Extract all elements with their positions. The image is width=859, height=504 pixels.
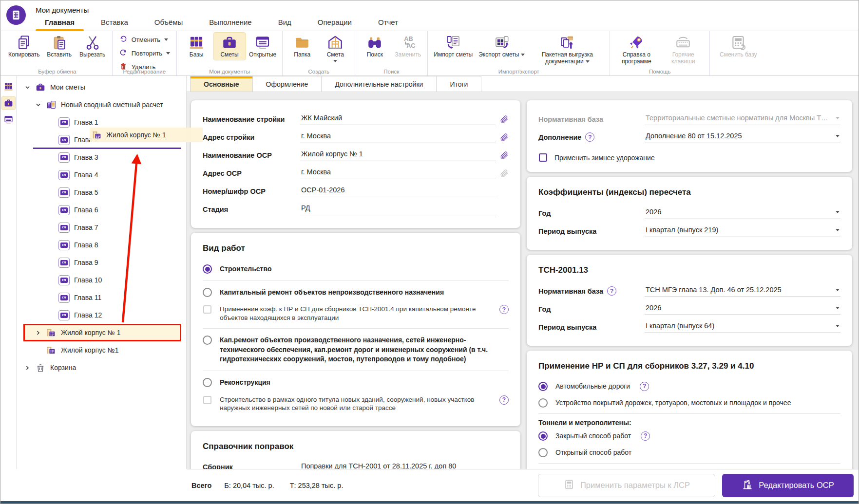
- chevron-down-icon[interactable]: [35, 102, 41, 108]
- corrections-collection-field[interactable]: Поправки для ТСН-2001 от 28.11.2025 г. д…: [300, 461, 509, 469]
- apply-params-button[interactable]: Применить параметры к ЛСР: [538, 474, 715, 497]
- document-tab-bar: Основные Оформление Дополнительные настр…: [187, 76, 859, 92]
- attachment-icon[interactable]: [500, 133, 509, 142]
- dropdown-caret-icon[interactable]: [836, 289, 840, 291]
- osr-number-field[interactable]: ОСР-01-2026: [300, 185, 496, 197]
- radio-reconstruction[interactable]: [203, 378, 212, 387]
- construction-name-field[interactable]: ЖК Майский: [300, 113, 496, 125]
- dropdown-caret-icon[interactable]: [333, 60, 337, 62]
- ribbon-tab-report[interactable]: Отчет: [365, 15, 411, 31]
- ribbon-tab-operations[interactable]: Операции: [305, 15, 365, 31]
- osr-address-field[interactable]: г. Москва: [300, 167, 496, 179]
- new-folder-button[interactable]: Папка: [286, 33, 318, 64]
- bases-button[interactable]: Базы: [180, 33, 212, 60]
- dropdown-caret-icon[interactable]: [836, 307, 840, 309]
- tab-formatting[interactable]: Оформление: [252, 76, 322, 92]
- tree-item-building-selected[interactable]: Жилой корпус № 1: [23, 324, 181, 341]
- edit-osr-button[interactable]: Редактировать ОСР: [722, 474, 854, 497]
- app-logo-icon[interactable]: [6, 5, 26, 25]
- import-icon: [445, 34, 461, 51]
- tree-item-chapter[interactable]: глГлава 3: [17, 149, 186, 166]
- strip-bases-button[interactable]: [2, 80, 15, 93]
- cut-button[interactable]: Вырезать: [76, 33, 109, 60]
- stage-field[interactable]: РД: [300, 203, 496, 215]
- help-icon[interactable]: ?: [499, 305, 509, 314]
- ribbon-tab-volumes[interactable]: Объёмы: [141, 15, 196, 31]
- undo-button[interactable]: Отменить: [119, 35, 170, 45]
- chapter-icon: гл: [58, 310, 70, 320]
- import-estimate-button[interactable]: Импорт сметы: [431, 33, 475, 67]
- tree-item-chapter[interactable]: глГлава 11: [17, 289, 186, 306]
- copy-button[interactable]: Копировать: [6, 33, 42, 60]
- paste-button[interactable]: Вставить: [43, 33, 76, 60]
- radio-closed-method[interactable]: [538, 431, 548, 441]
- checkbox-winter-costs[interactable]: [539, 153, 547, 162]
- radio-capital-repair-production[interactable]: [203, 336, 212, 345]
- dropdown-caret-icon[interactable]: [836, 325, 840, 327]
- indices-period-select[interactable]: I квартал (выпуск 219): [645, 225, 840, 237]
- tab-totals[interactable]: Итоги: [436, 76, 481, 92]
- tree-item-chapter[interactable]: глГлава 4: [17, 166, 186, 184]
- strip-open-documents-button[interactable]: [2, 113, 15, 126]
- tree-item-chapter[interactable]: глГлава 6: [17, 201, 186, 219]
- estimates-button[interactable]: Сметы: [213, 33, 246, 60]
- radio-construction[interactable]: [203, 264, 212, 274]
- radio-capital-repair-nonproduction[interactable]: [203, 288, 212, 297]
- chevron-down-icon[interactable]: [24, 84, 31, 91]
- tree-item-chapter[interactable]: глГлава 8: [17, 236, 186, 254]
- radio-auto-roads[interactable]: [538, 382, 548, 391]
- radio-open-method[interactable]: [538, 448, 548, 457]
- replace-button[interactable]: ABAC Заменить: [392, 33, 424, 60]
- tab-additional-settings[interactable]: Дополнительные настройки: [321, 76, 437, 92]
- construction-address-field[interactable]: г. Москва: [300, 131, 496, 143]
- tree-item-trash[interactable]: Корзина: [17, 359, 186, 376]
- tree-item-chapter[interactable]: глГлава 7: [17, 219, 186, 236]
- supplement-select[interactable]: Дополнение 80 от 15.12.2025: [645, 131, 840, 143]
- batch-export-button[interactable]: Пакетная выгрузка документации: [528, 33, 606, 67]
- dropdown-caret-icon[interactable]: [164, 38, 168, 41]
- tab-general[interactable]: Основные: [190, 76, 253, 92]
- tree-item-chapter[interactable]: глГлава 5: [17, 184, 186, 201]
- radio-pavements[interactable]: [538, 398, 548, 408]
- ribbon-tab-main[interactable]: Главная: [32, 15, 88, 31]
- attachment-icon[interactable]: [500, 115, 509, 124]
- tsn-period-select[interactable]: I квартал (выпуск 64): [645, 321, 840, 333]
- change-base-button[interactable]: Сменить базу: [713, 33, 763, 60]
- tree-item-chapter[interactable]: глГлава 9: [17, 254, 186, 271]
- dropdown-caret-icon[interactable]: [836, 229, 840, 231]
- binoculars-icon: [366, 34, 383, 51]
- help-icon[interactable]: ?: [585, 132, 594, 142]
- ribbon-tab-execution[interactable]: Выполнение: [196, 15, 265, 31]
- tree-item-summary-calculation[interactable]: Новый сводный сметный расчет: [17, 96, 186, 113]
- chevron-right-icon[interactable]: [35, 330, 41, 336]
- ribbon-tab-view[interactable]: Вид: [265, 15, 305, 31]
- chevron-right-icon[interactable]: [24, 365, 31, 371]
- strip-estimates-button[interactable]: [2, 96, 15, 110]
- new-estimate-button[interactable]: Смета: [319, 33, 351, 64]
- dropdown-caret-icon[interactable]: [586, 60, 590, 63]
- hotkeys-button[interactable]: Горячие клавиши: [660, 33, 706, 67]
- search-button[interactable]: Поиск: [359, 33, 391, 60]
- about-button[interactable]: Справка о программе: [613, 33, 659, 67]
- tree-item-chapter[interactable]: глГлава 10: [17, 271, 186, 289]
- tsn-year-select[interactable]: 2026: [645, 303, 840, 315]
- open-documents-button[interactable]: Открытые: [247, 33, 279, 60]
- help-icon[interactable]: ?: [640, 382, 649, 391]
- attachment-icon[interactable]: [500, 151, 509, 160]
- redo-button[interactable]: Повторить: [119, 48, 170, 58]
- indices-year-select[interactable]: 2026: [645, 207, 840, 219]
- ribbon-tab-insert[interactable]: Вставка: [88, 15, 141, 31]
- osr-name-field[interactable]: Жилой корпус № 1: [300, 149, 496, 161]
- help-icon[interactable]: ?: [641, 431, 650, 441]
- help-icon[interactable]: ?: [607, 286, 616, 296]
- dropdown-caret-icon[interactable]: [166, 52, 170, 55]
- tree-item-building-2[interactable]: Жилой корпус №1: [17, 341, 186, 359]
- tree-item-my-estimates[interactable]: Мои сметы: [17, 78, 186, 96]
- export-estimate-button[interactable]: Экспорт сметы: [476, 33, 527, 67]
- dropdown-caret-icon[interactable]: [836, 211, 840, 213]
- tsn-base-select[interactable]: ТСН МГЭ глава 13. Доп. 46 от 25.12.2025: [645, 285, 840, 297]
- help-icon[interactable]: ?: [499, 395, 509, 405]
- tree-item-chapter[interactable]: глГлава 12: [17, 306, 186, 324]
- dropdown-caret-icon[interactable]: [521, 54, 525, 56]
- dropdown-caret-icon[interactable]: [836, 135, 840, 137]
